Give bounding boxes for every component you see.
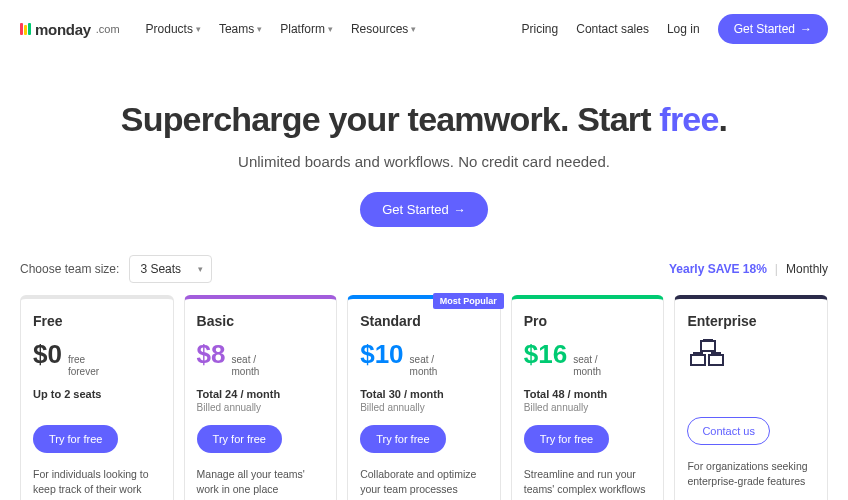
- plan-total: Total 48 / month: [524, 388, 652, 400]
- most-popular-badge: Most Popular: [433, 293, 504, 309]
- try-free-button[interactable]: Try for free: [197, 425, 282, 453]
- chevron-down-icon: ▾: [198, 264, 203, 274]
- logo-icon: [20, 23, 31, 35]
- nav-resources[interactable]: Resources▾: [351, 22, 416, 36]
- header: monday.com Products▾ Teams▾ Platform▾ Re…: [0, 0, 848, 58]
- svg-rect-6: [709, 355, 723, 365]
- svg-rect-0: [701, 341, 715, 351]
- main-nav: Products▾ Teams▾ Platform▾ Resources▾: [146, 22, 417, 36]
- plan-name: Pro: [524, 313, 652, 329]
- chevron-down-icon: ▾: [411, 24, 416, 34]
- svg-rect-2: [709, 339, 712, 341]
- nav-teams[interactable]: Teams▾: [219, 22, 262, 36]
- arrow-right-icon: →: [800, 22, 812, 36]
- plan-pro: Pro $16seat /month Total 48 / month Bill…: [511, 295, 665, 500]
- plan-total: Total 24 / month: [197, 388, 325, 400]
- contact-us-button[interactable]: Contact us: [687, 417, 770, 445]
- plan-price: $8: [197, 339, 226, 370]
- plan-billed: Billed annually: [524, 402, 652, 413]
- contact-sales-link[interactable]: Contact sales: [576, 22, 649, 36]
- team-size-label: Choose team size:: [20, 262, 119, 276]
- plan-desc: Streamline and run your teams' complex w…: [524, 467, 652, 496]
- billing-yearly[interactable]: Yearly SAVE 18%: [669, 262, 767, 276]
- plan-desc: Collaborate and optimize your team proce…: [360, 467, 488, 496]
- plan-unit: seat /month: [573, 354, 601, 378]
- plan-price: $10: [360, 339, 403, 370]
- billing-monthly[interactable]: Monthly: [786, 262, 828, 276]
- hero: Supercharge your teamwork. Start free. U…: [0, 100, 848, 227]
- plan-price: $0: [33, 339, 62, 370]
- plan-billed: Billed annually: [197, 402, 325, 413]
- header-right: Pricing Contact sales Log in Get Started…: [522, 14, 828, 44]
- logo[interactable]: monday.com: [20, 21, 120, 38]
- building-blocks-icon: [687, 339, 815, 375]
- plan-name: Basic: [197, 313, 325, 329]
- plan-price: $16: [524, 339, 567, 370]
- pricing-link[interactable]: Pricing: [522, 22, 559, 36]
- try-free-button[interactable]: Try for free: [524, 425, 609, 453]
- plan-unit: seat /month: [232, 354, 260, 378]
- svg-rect-3: [691, 355, 705, 365]
- plan-standard: Most Popular Standard $10seat /month Tot…: [347, 295, 501, 500]
- plan-desc: For organizations seeking enterprise-gra…: [687, 459, 815, 488]
- svg-rect-8: [717, 353, 720, 355]
- login-link[interactable]: Log in: [667, 22, 700, 36]
- svg-rect-1: [704, 339, 707, 341]
- try-free-button[interactable]: Try for free: [360, 425, 445, 453]
- nav-platform[interactable]: Platform▾: [280, 22, 333, 36]
- hero-headline: Supercharge your teamwork. Start free.: [0, 100, 848, 139]
- plan-name: Standard: [360, 313, 488, 329]
- pricing-plans: Free $0freeforever Up to 2 seats Try for…: [0, 295, 848, 500]
- plan-unit: freeforever: [68, 354, 99, 378]
- billing-toggle: Yearly SAVE 18% | Monthly: [669, 262, 828, 276]
- plan-desc: Manage all your teams' work in one place: [197, 467, 325, 496]
- svg-rect-7: [712, 353, 715, 355]
- plan-unit: seat /month: [410, 354, 438, 378]
- chevron-down-icon: ▾: [196, 24, 201, 34]
- plan-free: Free $0freeforever Up to 2 seats Try for…: [20, 295, 174, 500]
- plan-basic: Basic $8seat /month Total 24 / month Bil…: [184, 295, 338, 500]
- plan-seats: Up to 2 seats: [33, 388, 161, 400]
- arrow-right-icon: →: [454, 203, 466, 217]
- try-free-button[interactable]: Try for free: [33, 425, 118, 453]
- chevron-down-icon: ▾: [257, 24, 262, 34]
- chevron-down-icon: ▾: [328, 24, 333, 34]
- plan-name: Enterprise: [687, 313, 815, 329]
- hero-get-started-button[interactable]: Get Started→: [360, 192, 487, 227]
- plan-total: Total 30 / month: [360, 388, 488, 400]
- plan-enterprise: Enterprise Contact us For organizations …: [674, 295, 828, 500]
- logo-text: monday: [35, 21, 91, 38]
- plan-desc: For individuals looking to keep track of…: [33, 467, 161, 496]
- nav-products[interactable]: Products▾: [146, 22, 201, 36]
- plan-billed: Billed annually: [360, 402, 488, 413]
- plan-name: Free: [33, 313, 161, 329]
- logo-suffix: .com: [96, 23, 120, 35]
- plan-controls: Choose team size: 3 Seats▾ Yearly SAVE 1…: [20, 255, 828, 283]
- get-started-button[interactable]: Get Started→: [718, 14, 828, 44]
- svg-rect-5: [699, 353, 702, 355]
- svg-rect-4: [694, 353, 697, 355]
- hero-sub: Unlimited boards and workflows. No credi…: [0, 153, 848, 170]
- team-size-select[interactable]: 3 Seats▾: [129, 255, 212, 283]
